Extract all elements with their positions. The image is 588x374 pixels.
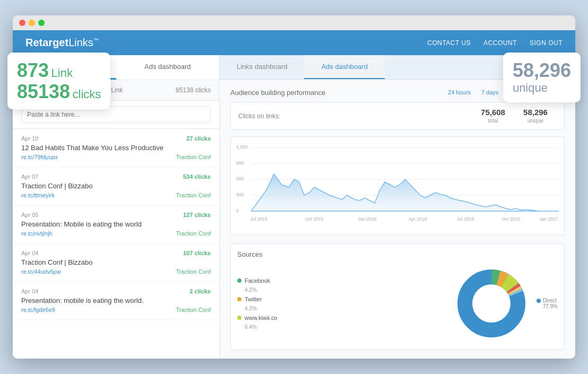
svg-text:Jan 2016: Jan 2016 xyxy=(358,216,376,222)
callout-links-clicks: 85138 clicks xyxy=(17,81,101,102)
link-source: Traction Conf xyxy=(176,192,211,198)
link-title: Presentation: Mobile is eating the world xyxy=(21,220,211,228)
sources-legend: Facebook 4.2% Twitter 4.2% www.kiwii.co xyxy=(237,277,446,330)
list-item: Apr 07 534 clicks Traction Conf | Bizzab… xyxy=(13,167,219,205)
svg-text:Oct 2016: Oct 2016 xyxy=(501,216,520,222)
list-item: Apr 04 107 clicks Traction Conf | Bizzab… xyxy=(13,243,219,282)
app-logo: RetargetLinks™ xyxy=(25,37,99,49)
svg-text:Jan 2017: Jan 2017 xyxy=(539,216,558,222)
link-url[interactable]: re.tc/nvtjlnjh xyxy=(21,230,53,237)
link-source: Traction Conf xyxy=(176,230,211,237)
link-url[interactable]: re.tc/79fdyupx xyxy=(21,154,58,160)
link-clicks: 534 clicks xyxy=(183,173,211,180)
legend-item-facebook: Facebook xyxy=(237,277,446,284)
click-count: 85138 clicks xyxy=(176,86,211,94)
svg-text:300: 300 xyxy=(236,192,244,197)
legend-pct-direct: 77.9% xyxy=(543,303,558,309)
maximize-button[interactable] xyxy=(38,20,45,26)
callout-unique-bubble: 58,296 unique xyxy=(503,53,581,102)
nav-account[interactable]: ACCOUNT xyxy=(483,39,517,47)
stats-label: Clicks on links: xyxy=(238,112,472,120)
minimize-button[interactable] xyxy=(29,20,35,26)
nav-links: CONTACT US ACCOUNT SIGN OUT xyxy=(427,39,563,47)
stats-unique: 58,296 unique xyxy=(514,108,557,124)
link-source: Traction Conf xyxy=(176,268,211,275)
tab-ads-main[interactable]: Ads dashboard xyxy=(304,55,384,79)
close-button[interactable] xyxy=(19,20,25,26)
link-date: Apr 05 xyxy=(21,212,38,218)
list-item: Apr 04 2 clicks Presentation: mobile is … xyxy=(13,282,219,320)
list-item: Apr 05 127 clicks Presentation: Mobile i… xyxy=(13,205,219,243)
link-date: Apr 07 xyxy=(21,173,38,180)
svg-text:Apr 2016: Apr 2016 xyxy=(409,216,427,222)
app-nav: RetargetLinks™ CONTACT US ACCOUNT SIGN O… xyxy=(13,30,575,55)
svg-text:600: 600 xyxy=(236,176,244,181)
svg-text:0: 0 xyxy=(236,208,239,213)
legend-label-kiwii: www.kiwii.co xyxy=(245,315,278,321)
chart-container: 1,200 900 600 300 0 xyxy=(230,136,565,235)
link-url[interactable]: re.tc/fgdir6e9 xyxy=(21,307,55,313)
legend-item-kiwii: www.kiwii.co xyxy=(237,315,446,321)
link-title: 12 Bad Habits That Make You Less Product… xyxy=(21,144,211,152)
callout-links-number: 873 Link xyxy=(17,60,101,81)
sources-body: Facebook 4.2% Twitter 4.2% www.kiwii.co xyxy=(237,264,558,343)
legend-dot-kiwii xyxy=(237,316,241,320)
link-list: Apr 10 27 clicks 12 Bad Habits That Make… xyxy=(13,129,219,320)
legend-dot-direct xyxy=(537,299,541,303)
browser-titlebar xyxy=(13,15,575,30)
link-url[interactable]: re.tc/ttmeyirk xyxy=(21,192,55,198)
svg-text:900: 900 xyxy=(236,160,244,166)
stats-table: Clicks on links: 75,608 total 58,296 uni… xyxy=(230,102,565,130)
link-clicks: 107 clicks xyxy=(183,250,211,256)
filter-24h[interactable]: 24 hours xyxy=(446,88,473,97)
link-date: Apr 04 xyxy=(21,288,38,294)
link-title: Traction Conf | Bizzabo xyxy=(21,182,211,190)
link-title: Traction Conf | Bizzabo xyxy=(21,258,211,266)
link-clicks: 27 clicks xyxy=(186,135,211,142)
browser-window: RetargetLinks™ CONTACT US ACCOUNT SIGN O… xyxy=(13,15,575,359)
donut-chart xyxy=(452,264,531,343)
audience-title: Audience building performance xyxy=(230,89,325,97)
stats-table-row: Clicks on links: 75,608 total 58,296 uni… xyxy=(231,102,564,129)
sources-section: Sources Facebook 4.2% Twitter xyxy=(230,243,565,350)
nav-signout[interactable]: SIGN OUT xyxy=(530,39,563,47)
link-source: Traction Conf xyxy=(176,307,211,313)
callout-links-bubble: 873 Link 85138 clicks xyxy=(7,53,110,109)
tab-ads-dashboard[interactable]: Ads dashboard xyxy=(116,55,220,80)
sources-title: Sources xyxy=(237,250,558,258)
link-source: Traction Conf xyxy=(176,154,211,160)
sources-direct: Direct 77.9% xyxy=(537,298,558,309)
svg-text:Jul 2015: Jul 2015 xyxy=(250,216,267,222)
logo-text: RetargetLinks™ xyxy=(25,37,99,48)
link-title: Presentation: mobile is eating the world… xyxy=(21,297,211,305)
legend-dot-facebook xyxy=(237,279,241,283)
svg-text:1,200: 1,200 xyxy=(236,144,247,150)
legend-label-direct: Direct xyxy=(543,298,557,303)
legend-item-twitter: Twitter xyxy=(237,296,446,302)
list-item: Apr 10 27 clicks 12 Bad Habits That Make… xyxy=(13,129,219,167)
legend-label-twitter: Twitter xyxy=(245,296,262,302)
legend-label-facebook: Facebook xyxy=(245,277,270,284)
link-date: Apr 10 xyxy=(21,135,38,142)
legend-dot-twitter xyxy=(237,297,241,301)
svg-text:Jul 2016: Jul 2016 xyxy=(457,216,474,222)
legend-pct-twitter: 4.2% xyxy=(245,306,446,311)
svg-text:Oct 2015: Oct 2015 xyxy=(305,216,324,222)
link-clicks: 2 clicks xyxy=(189,288,211,294)
dashboard-content: Audience building performance 24 hours 7… xyxy=(220,80,575,359)
link-clicks: 127 clicks xyxy=(183,212,211,218)
area-chart: 1,200 900 600 300 0 xyxy=(236,142,559,227)
link-url[interactable]: re.tc/44udv6pw xyxy=(21,268,61,275)
tab-links-main[interactable]: Links dashboard xyxy=(220,55,304,79)
callout-unique-number: 58,296 unique xyxy=(513,60,571,95)
nav-contact[interactable]: CONTACT US xyxy=(427,39,471,47)
stats-total: 75,608 total xyxy=(472,108,514,124)
legend-pct-kiwii: 6.4% xyxy=(245,324,446,330)
filter-7d[interactable]: 7 days xyxy=(479,88,500,97)
link-date: Apr 04 xyxy=(21,250,38,256)
legend-pct-facebook: 4.2% xyxy=(245,287,446,293)
svg-point-24 xyxy=(473,285,510,322)
